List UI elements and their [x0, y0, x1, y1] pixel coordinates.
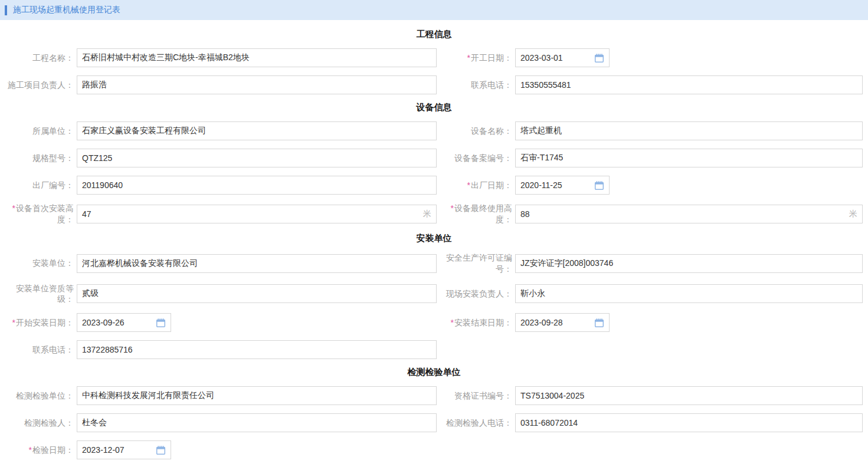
field-label-text: 资格证书编号：: [454, 391, 512, 400]
field-label-text: 开始安装日期：: [16, 318, 74, 327]
text-input[interactable]: 河北嘉桦机械设备安装有限公司: [77, 254, 437, 273]
section-title: 检测检验单位: [5, 367, 863, 378]
text-input[interactable]: 47米: [77, 205, 437, 223]
field-label: 检测检验单位：: [5, 390, 77, 402]
required-asterisk: *: [451, 318, 454, 327]
calendar-icon[interactable]: [156, 318, 166, 328]
form-cell-right: *设备最终使用高度：88米: [437, 203, 863, 225]
date-input[interactable]: 2023-09-26: [77, 313, 171, 332]
field-label-text: 检测检验人：: [24, 418, 74, 427]
calendar-icon[interactable]: [594, 318, 604, 328]
field-label-text: 设备备案编号：: [454, 153, 512, 163]
registration-form: 工程信息工程名称：石桥旧村城中村改造三期C地块-幸福城B2地块*开工日期：202…: [0, 20, 868, 459]
text-input[interactable]: JZ安许证字[2008]003746: [515, 254, 863, 273]
required-asterisk: *: [12, 318, 15, 327]
field-label: 施工项目负责人：: [5, 80, 77, 91]
text-input[interactable]: 靳小永: [515, 284, 863, 303]
field-label: 出厂编号：: [5, 180, 77, 191]
field-label-text: 现场安装负责人：: [446, 289, 512, 298]
text-input[interactable]: 路振浩: [77, 75, 437, 94]
input-value: 201190640: [82, 180, 123, 190]
input-value: 2023-03-01: [520, 53, 563, 63]
form-cell-left: 安装单位资质等级：贰级: [5, 283, 437, 305]
form-row: 出厂编号：201190640*出厂日期：2020-11-25: [5, 176, 863, 195]
date-input[interactable]: 2023-12-07: [77, 440, 171, 459]
field-label: 设备名称：: [437, 126, 515, 137]
field-label: 所属单位：: [5, 126, 77, 137]
text-input[interactable]: TS7513004-2025: [515, 386, 863, 405]
input-value: 2020-11-25: [520, 180, 562, 190]
form-row: 规格型号：QTZ125设备备案编号：石审-T1745: [5, 149, 863, 167]
input-value: 靳小永: [520, 288, 545, 299]
text-input[interactable]: 15350555481: [515, 75, 863, 94]
form-cell-left: 检测检验人：杜冬会: [5, 413, 437, 432]
form-row: 安装单位：河北嘉桦机械设备安装有限公司安全生产许可证编号：JZ安许证字[2008…: [5, 252, 863, 275]
text-input[interactable]: 13722885716: [77, 340, 437, 359]
field-label: 资格证书编号：: [437, 390, 515, 402]
field-label: *开工日期：: [437, 52, 515, 64]
field-label-text: 规格型号：: [32, 153, 74, 163]
date-input[interactable]: 2020-11-25: [515, 176, 610, 195]
form-cell-right: [437, 440, 863, 459]
input-value: 88: [520, 209, 530, 219]
field-label: 现场安装负责人：: [437, 288, 515, 300]
text-input[interactable]: 石桥旧村城中村改造三期C地块-幸福城B2地块: [77, 48, 437, 67]
text-input[interactable]: 0311-68072014: [515, 413, 863, 432]
date-input[interactable]: 2023-03-01: [515, 48, 610, 67]
text-input[interactable]: 201190640: [77, 176, 437, 195]
text-input[interactable]: 杜冬会: [77, 413, 437, 432]
input-value: TS7513004-2025: [520, 391, 584, 400]
form-cell-left: 规格型号：QTZ125: [5, 149, 437, 167]
text-input[interactable]: 塔式起重机: [515, 121, 863, 140]
field-label: 安装单位：: [5, 258, 77, 269]
input-value: 47: [82, 209, 91, 219]
form-row: 所属单位：石家庄义赢设备安装工程有限公司设备名称：塔式起重机: [5, 121, 863, 140]
field-label-text: 出厂日期：: [471, 180, 512, 190]
input-value: JZ安许证字[2008]003746: [520, 258, 613, 269]
field-label-text: 施工项目负责人：: [8, 80, 74, 90]
text-input[interactable]: 88米: [515, 205, 863, 223]
form-row: 安装单位资质等级：贰级现场安装负责人：靳小永: [5, 283, 863, 305]
calendar-icon[interactable]: [594, 53, 604, 63]
field-label: *设备最终使用高度：: [437, 203, 515, 225]
form-row: *开始安装日期：2023-09-26*安装结束日期：2023-09-28: [5, 313, 863, 332]
page-title: 施工现场起重机械使用登记表: [13, 5, 120, 15]
field-label: *检验日期：: [5, 445, 77, 456]
form-row: 施工项目负责人：路振浩联系电话：15350555481: [5, 75, 863, 94]
calendar-icon[interactable]: [156, 445, 166, 455]
section-title: 安装单位: [5, 233, 863, 244]
form-cell-left: 检测检验单位：中科检测科技发展河北有限责任公司: [5, 386, 437, 405]
required-asterisk: *: [29, 445, 32, 455]
form-cell-left: 联系电话：13722885716: [5, 340, 437, 359]
form-cell-right: *出厂日期：2020-11-25: [437, 176, 863, 195]
text-input[interactable]: 贰级: [77, 284, 437, 303]
field-label: 规格型号：: [5, 153, 77, 164]
input-value: 路振浩: [82, 80, 107, 90]
field-label: 工程名称：: [5, 52, 77, 64]
field-label-text: 出厂编号：: [32, 180, 74, 190]
form-row: 检测检验人：杜冬会检测检验人电话：0311-68072014: [5, 413, 863, 432]
calendar-icon[interactable]: [594, 180, 604, 190]
required-asterisk: *: [451, 203, 454, 213]
text-input[interactable]: QTZ125: [77, 149, 437, 167]
form-cell-right: 现场安装负责人：靳小永: [437, 283, 863, 305]
form-cell-left: *开始安装日期：2023-09-26: [5, 313, 437, 332]
field-label-text: 设备首次安装高度：: [16, 203, 74, 224]
field-label-text: 联系电话：: [471, 80, 512, 90]
input-value: 15350555481: [520, 80, 571, 90]
form-cell-right: [437, 340, 863, 359]
unit-label: 米: [423, 209, 431, 219]
input-value: 2023-09-28: [520, 318, 563, 327]
text-input[interactable]: 石家庄义赢设备安装工程有限公司: [77, 121, 437, 140]
field-label: 安装单位资质等级：: [5, 283, 77, 305]
field-label-text: 设备名称：: [471, 126, 512, 136]
form-row: *设备首次安装高度：47米*设备最终使用高度：88米: [5, 203, 863, 225]
input-value: 贰级: [82, 288, 99, 299]
form-cell-left: *检验日期：2023-12-07: [5, 440, 437, 459]
field-label: *开始安装日期：: [5, 317, 77, 328]
form-cell-right: 资格证书编号：TS7513004-2025: [437, 386, 863, 405]
field-label: 安全生产许可证编号：: [437, 252, 515, 275]
date-input[interactable]: 2023-09-28: [515, 313, 610, 332]
text-input[interactable]: 石审-T1745: [515, 149, 863, 167]
text-input[interactable]: 中科检测科技发展河北有限责任公司: [77, 386, 437, 405]
